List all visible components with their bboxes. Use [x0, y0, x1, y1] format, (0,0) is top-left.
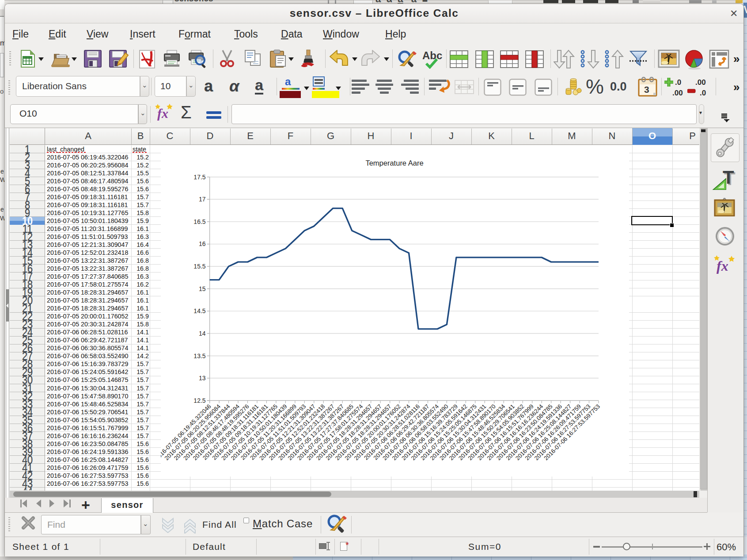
svg-text:12.5: 12.5 [193, 397, 205, 404]
svg-text:15: 15 [199, 285, 206, 292]
svg-text:16: 16 [199, 240, 206, 247]
svg-text:14.5: 14.5 [193, 307, 205, 314]
svg-text:.0: .0 [700, 89, 706, 97]
svg-text:15.5: 15.5 [193, 263, 205, 270]
svg-text:14: 14 [199, 329, 206, 337]
svg-text:.00: .00 [695, 78, 706, 87]
svg-text:13.5: 13.5 [193, 352, 205, 359]
svg-text:17.5: 17.5 [193, 173, 205, 180]
svg-text:Temperature Aare: Temperature Aare [365, 159, 423, 167]
svg-text:.0: .0 [675, 78, 681, 87]
svg-text:13: 13 [199, 375, 206, 382]
svg-text:16.5: 16.5 [193, 218, 205, 225]
svg-text:.00: .00 [672, 89, 683, 97]
svg-text:Abc: Abc [422, 49, 442, 61]
svg-text:17: 17 [199, 196, 206, 203]
svg-text:3: 3 [644, 84, 649, 95]
